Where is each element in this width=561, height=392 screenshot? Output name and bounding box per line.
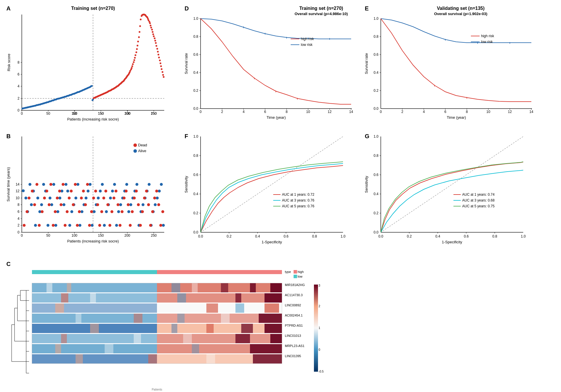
svg-text:0.6: 0.6 bbox=[374, 173, 378, 177]
svg-rect-461 bbox=[32, 303, 157, 313]
svg-point-294 bbox=[36, 197, 39, 199]
svg-rect-455 bbox=[157, 293, 282, 303]
svg-point-382 bbox=[78, 210, 81, 213]
svg-point-246 bbox=[160, 65, 162, 67]
svg-text:10: 10 bbox=[306, 110, 310, 114]
svg-text:low risk: low risk bbox=[301, 43, 313, 47]
svg-point-388 bbox=[90, 210, 93, 213]
svg-point-335 bbox=[119, 203, 122, 206]
svg-point-326 bbox=[101, 183, 104, 186]
svg-point-291 bbox=[30, 203, 33, 206]
svg-text:12: 12 bbox=[16, 189, 20, 193]
svg-point-374 bbox=[62, 183, 65, 186]
svg-rect-466 bbox=[265, 303, 279, 313]
svg-point-314 bbox=[76, 183, 79, 186]
svg-point-304 bbox=[56, 210, 59, 213]
svg-point-303 bbox=[54, 224, 57, 227]
svg-rect-460 bbox=[265, 293, 282, 303]
svg-point-240 bbox=[156, 48, 158, 50]
panel-a-label: A bbox=[6, 5, 10, 12]
svg-point-213 bbox=[139, 31, 140, 33]
svg-rect-459 bbox=[235, 293, 241, 303]
svg-point-210 bbox=[137, 45, 138, 46]
svg-point-405 bbox=[125, 190, 128, 193]
svg-text:250: 250 bbox=[151, 112, 157, 116]
svg-rect-492 bbox=[192, 344, 199, 353]
svg-text:0.0: 0.0 bbox=[374, 230, 378, 234]
svg-point-331 bbox=[111, 190, 114, 193]
svg-point-366 bbox=[45, 190, 48, 193]
svg-point-321 bbox=[91, 224, 94, 227]
svg-rect-424 bbox=[32, 270, 157, 274]
svg-text:1.0: 1.0 bbox=[193, 17, 198, 21]
svg-point-377 bbox=[68, 197, 71, 199]
svg-text:0.4: 0.4 bbox=[374, 71, 378, 75]
svg-text:2: 2 bbox=[221, 110, 223, 114]
svg-text:AC114730.3: AC114730.3 bbox=[285, 293, 303, 297]
svg-point-399 bbox=[112, 197, 115, 199]
svg-point-311 bbox=[70, 210, 73, 213]
svg-point-385 bbox=[84, 203, 87, 206]
svg-rect-487 bbox=[270, 334, 282, 343]
svg-rect-447 bbox=[47, 283, 52, 292]
svg-point-201 bbox=[131, 67, 133, 69]
svg-rect-498 bbox=[206, 354, 215, 364]
svg-point-397 bbox=[108, 224, 111, 227]
svg-point-358 bbox=[26, 210, 28, 213]
svg-text:0.6: 0.6 bbox=[193, 173, 198, 177]
svg-point-379 bbox=[72, 203, 75, 206]
svg-point-236 bbox=[154, 37, 156, 39]
svg-point-241 bbox=[157, 51, 159, 53]
svg-rect-465 bbox=[235, 303, 244, 313]
svg-text:0: 0 bbox=[17, 108, 19, 112]
svg-rect-452 bbox=[250, 283, 256, 292]
svg-point-328 bbox=[105, 210, 108, 213]
svg-rect-499 bbox=[253, 354, 282, 364]
svg-point-233 bbox=[152, 31, 153, 33]
svg-point-235 bbox=[153, 35, 155, 37]
svg-point-395 bbox=[104, 190, 107, 193]
svg-point-346 bbox=[142, 203, 144, 206]
svg-point-199 bbox=[129, 70, 131, 72]
svg-point-367 bbox=[48, 203, 51, 206]
svg-point-215 bbox=[140, 19, 142, 20]
svg-point-319 bbox=[87, 190, 90, 193]
panel-f-label: F bbox=[185, 133, 188, 140]
svg-point-244 bbox=[159, 60, 161, 61]
svg-point-380 bbox=[74, 183, 77, 186]
svg-point-332 bbox=[113, 183, 116, 186]
svg-text:0.0: 0.0 bbox=[378, 234, 383, 238]
svg-text:50: 50 bbox=[46, 233, 50, 238]
svg-point-140 bbox=[91, 85, 93, 87]
svg-text:AUC at 1 years: 0.74: AUC at 1 years: 0.74 bbox=[462, 193, 495, 197]
svg-text:0.4: 0.4 bbox=[374, 192, 378, 196]
svg-text:1: 1 bbox=[319, 326, 320, 330]
svg-point-214 bbox=[139, 25, 141, 27]
svg-text:4: 4 bbox=[243, 110, 245, 114]
svg-point-375 bbox=[64, 224, 67, 227]
svg-text:2: 2 bbox=[319, 305, 320, 308]
svg-text:AUC at 1 years: 0.72: AUC at 1 years: 0.72 bbox=[282, 193, 315, 197]
svg-point-386 bbox=[86, 183, 89, 186]
svg-text:Survival time (years): Survival time (years) bbox=[6, 167, 10, 202]
svg-text:4: 4 bbox=[423, 110, 425, 114]
svg-text:2: 2 bbox=[17, 96, 19, 100]
svg-point-205 bbox=[133, 59, 135, 61]
svg-point-349 bbox=[148, 183, 151, 186]
svg-point-402 bbox=[119, 224, 122, 227]
svg-rect-448 bbox=[67, 283, 71, 292]
svg-text:high: high bbox=[298, 270, 304, 274]
svg-rect-463 bbox=[55, 303, 64, 313]
svg-text:Risk score: Risk score bbox=[7, 54, 11, 71]
svg-point-394 bbox=[102, 197, 105, 199]
svg-rect-451 bbox=[221, 283, 228, 292]
svg-point-293 bbox=[34, 224, 37, 227]
svg-point-352 bbox=[154, 203, 157, 206]
svg-text:Time (year): Time (year) bbox=[447, 115, 466, 120]
svg-text:0.0: 0.0 bbox=[374, 107, 378, 111]
svg-point-372 bbox=[58, 190, 61, 193]
svg-rect-427 bbox=[294, 270, 297, 274]
svg-point-361 bbox=[33, 203, 36, 206]
svg-text:0.2: 0.2 bbox=[374, 89, 378, 93]
svg-rect-480 bbox=[265, 324, 282, 333]
